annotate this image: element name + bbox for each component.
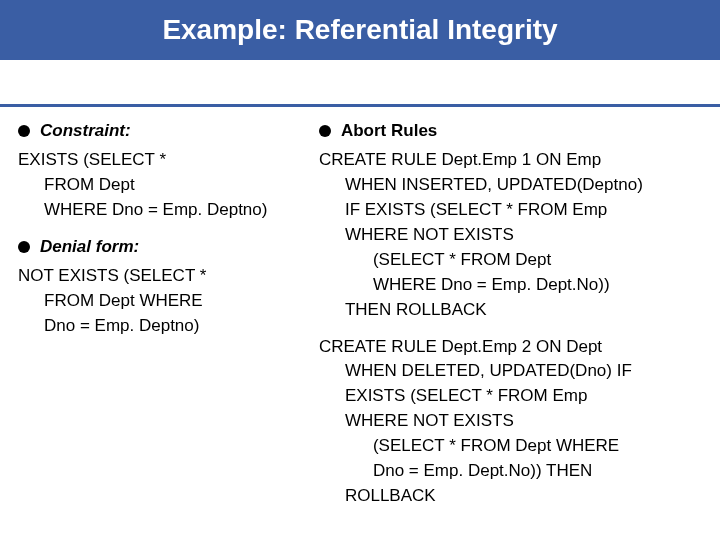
constraint-line: WHERE Dno = Emp. Deptno) [18,199,313,222]
rule1-line: WHERE Dno = Emp. Dept.No)) [319,274,702,297]
constraint-block: EXISTS (SELECT * FROM Dept WHERE Dno = E… [18,149,313,222]
denial-line: FROM Dept WHERE [18,290,313,313]
rule1-block: CREATE RULE Dept.Emp 1 ON Emp WHEN INSER… [319,149,702,322]
rule1-line: IF EXISTS (SELECT * FROM Emp [319,199,702,222]
right-column: Abort Rules CREATE RULE Dept.Emp 1 ON Em… [319,120,702,530]
abort-heading-row: Abort Rules [319,120,702,143]
denial-heading-row: Denial form: [18,236,313,259]
rule2-line: CREATE RULE Dept.Emp 2 ON Dept [319,336,702,359]
left-column: Constraint: EXISTS (SELECT * FROM Dept W… [18,120,319,530]
rule2-line: (SELECT * FROM Dept WHERE [319,435,702,458]
title-divider [0,104,720,107]
rule2-block: CREATE RULE Dept.Emp 2 ON Dept WHEN DELE… [319,336,702,509]
constraint-line: EXISTS (SELECT * [18,149,313,172]
denial-heading: Denial form: [40,236,139,259]
title-band: Example: Referential Integrity [0,0,720,60]
rule1-line: WHEN INSERTED, UPDATED(Deptno) [319,174,702,197]
bullet-icon [18,125,30,137]
rule2-line: WHERE NOT EXISTS [319,410,702,433]
slide-body: Constraint: EXISTS (SELECT * FROM Dept W… [18,120,702,530]
denial-line: Dno = Emp. Deptno) [18,315,313,338]
slide-title: Example: Referential Integrity [162,14,557,45]
rule2-line: WHEN DELETED, UPDATED(Dno) IF [319,360,702,383]
rule2-line: Dno = Emp. Dept.No)) THEN [319,460,702,483]
rule1-line: THEN ROLLBACK [319,299,702,322]
constraint-line: FROM Dept [18,174,313,197]
slide: Example: Referential Integrity Constrain… [0,0,720,540]
rule1-line: WHERE NOT EXISTS [319,224,702,247]
rule1-line: CREATE RULE Dept.Emp 1 ON Emp [319,149,702,172]
denial-block: NOT EXISTS (SELECT * FROM Dept WHERE Dno… [18,265,313,338]
constraint-heading-row: Constraint: [18,120,313,143]
constraint-heading: Constraint: [40,120,131,143]
denial-line: NOT EXISTS (SELECT * [18,265,313,288]
abort-heading: Abort Rules [341,120,437,143]
bullet-icon [18,241,30,253]
bullet-icon [319,125,331,137]
rule2-line: EXISTS (SELECT * FROM Emp [319,385,702,408]
rule1-line: (SELECT * FROM Dept [319,249,702,272]
rule2-line: ROLLBACK [319,485,702,508]
